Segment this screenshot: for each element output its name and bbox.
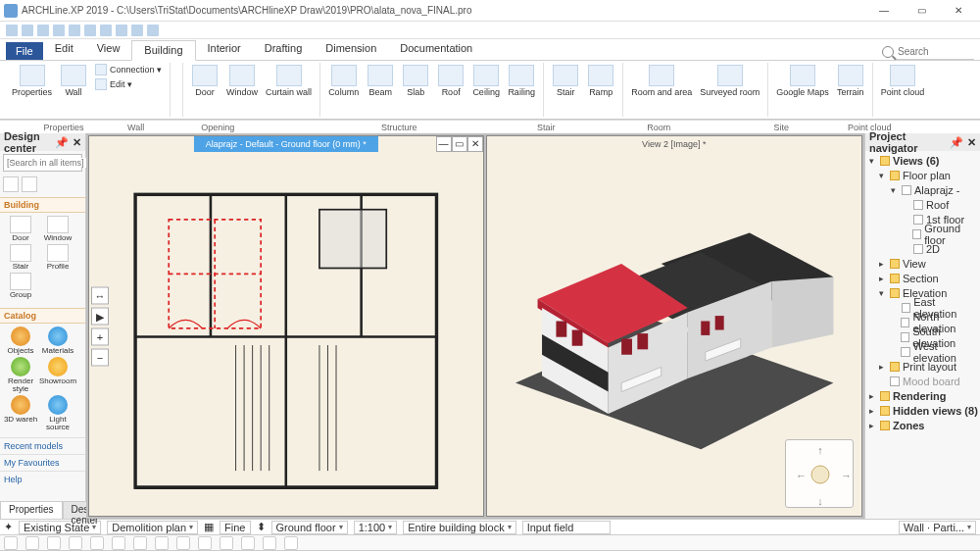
dc-item-showroom[interactable]: Showroom — [40, 357, 75, 393]
dc-item-materials[interactable]: Materials — [40, 326, 75, 355]
tool-icon[interactable] — [69, 536, 82, 550]
tool-icon[interactable] — [263, 536, 276, 550]
vp-max-icon[interactable]: ▭ — [452, 136, 467, 152]
folder-icon[interactable] — [22, 176, 37, 192]
tree-node[interactable]: Mood board — [867, 374, 978, 388]
input-field[interactable]: Input field — [522, 521, 611, 534]
tool-icon[interactable] — [4, 536, 18, 550]
tool-zoomout-icon[interactable]: − — [91, 348, 109, 366]
tab-view[interactable]: View — [85, 39, 132, 60]
floorplan-drawing[interactable] — [119, 166, 454, 508]
tree-node[interactable]: ▸Zones — [867, 418, 978, 432]
floor-dropdown[interactable]: Ground floor — [271, 521, 348, 534]
nav-pad[interactable]: ↑ ↓ ← → — [785, 439, 854, 508]
tree-node[interactable]: ▸View — [867, 256, 978, 271]
btab-properties[interactable]: Properties — [0, 501, 63, 519]
tree-node[interactable]: ▾Alaprajz - — [867, 182, 978, 197]
section-catalog[interactable]: Catalog — [0, 308, 85, 324]
tool-icon[interactable] — [176, 536, 190, 550]
tool-icon[interactable] — [155, 536, 169, 550]
tab-dimension[interactable]: Dimension — [314, 39, 388, 60]
qa-icon[interactable] — [147, 25, 159, 36]
tree-node[interactable]: ▾Floor plan — [867, 168, 978, 182]
minimize-button[interactable]: — — [866, 2, 902, 20]
ribbon-roof[interactable]: Roof — [435, 63, 466, 99]
ribbon-connection[interactable]: Connection ▾ — [93, 63, 164, 76]
pin-icon[interactable]: 📌 — [55, 136, 69, 149]
pin-icon[interactable]: 📌 — [950, 136, 963, 149]
fine-field[interactable]: Fine — [220, 521, 250, 534]
viewport-3d[interactable]: View 2 [Image] * — [486, 135, 862, 517]
tree-node[interactable]: ▾Views (6) — [867, 153, 978, 168]
tool-arrow-icon[interactable]: ▶ — [91, 307, 109, 325]
ribbon-edit[interactable]: Edit ▾ — [93, 77, 164, 91]
ribbon-door[interactable]: Door — [189, 63, 220, 99]
qa-icon[interactable] — [37, 25, 49, 36]
dc-item-objects[interactable]: Objects — [3, 326, 38, 355]
tool-icon[interactable] — [220, 536, 233, 550]
dc-recent[interactable]: Recent models — [0, 437, 85, 454]
vp-min-icon[interactable]: — — [436, 136, 452, 152]
ribbon-ceiling[interactable]: Ceiling — [470, 63, 502, 99]
qa-icon[interactable] — [84, 25, 96, 36]
tree-node[interactable]: Roof — [867, 197, 978, 212]
tool-icon[interactable] — [47, 536, 61, 550]
viewport-floorplan[interactable]: Alaprajz - Default - Ground floor (0 mm)… — [88, 135, 484, 517]
block-dropdown[interactable]: Entire building block — [403, 521, 515, 534]
dc-item-door[interactable]: Door — [3, 216, 38, 242]
dc-item-stair[interactable]: Stair — [3, 244, 38, 271]
ribbon-curtain-wall[interactable]: Curtain wall — [264, 63, 314, 99]
ribbon-google-maps[interactable]: Google Maps — [774, 63, 831, 99]
scale-dropdown[interactable]: 1:100 — [354, 521, 398, 534]
dc-item-profile[interactable]: Profile — [40, 244, 75, 271]
tree-node[interactable]: West elevation — [867, 344, 978, 359]
close-button[interactable]: ✕ — [941, 2, 976, 20]
tool-icon[interactable] — [198, 536, 212, 550]
tab-documentation[interactable]: Documentation — [388, 39, 484, 60]
maximize-button[interactable]: ▭ — [904, 2, 939, 20]
tree-node[interactable]: ▸Hidden views (8) — [867, 403, 978, 418]
ribbon-wall[interactable]: Wall — [58, 63, 89, 99]
section-building[interactable]: Building — [0, 197, 85, 213]
qa-icon[interactable] — [131, 25, 143, 36]
qa-icon[interactable] — [116, 25, 127, 36]
ribbon-properties[interactable]: Properties — [10, 63, 54, 99]
tool-icon[interactable] — [133, 536, 147, 550]
close-icon[interactable]: ✕ — [967, 136, 976, 149]
tool-icon[interactable] — [112, 536, 125, 550]
floor-icon[interactable]: ⬍ — [257, 521, 266, 533]
close-icon[interactable]: ✕ — [73, 136, 81, 149]
tree-node[interactable]: ▸Rendering — [867, 388, 978, 403]
tool-icon[interactable] — [241, 536, 255, 550]
qa-icon[interactable] — [22, 25, 33, 36]
tool-icon[interactable] — [90, 536, 104, 550]
grid-icon[interactable]: ▦ — [204, 521, 214, 533]
tree-node[interactable]: ▸Section — [867, 271, 978, 285]
home-icon[interactable] — [3, 176, 19, 192]
dc-fav[interactable]: My Favourites — [0, 454, 85, 471]
ribbon-point-cloud[interactable]: Point cloud — [879, 63, 927, 99]
phase-icon[interactable]: ✦ — [4, 521, 13, 533]
dc-item-group[interactable]: Group — [3, 273, 38, 299]
tree-node[interactable]: Ground floor — [867, 226, 978, 241]
dc-item-light-source[interactable]: Light source — [40, 395, 75, 431]
tab-file[interactable]: File — [6, 42, 43, 60]
ribbon-terrain[interactable]: Terrain — [835, 63, 866, 99]
qa-icon[interactable] — [6, 25, 18, 36]
tab-interior[interactable]: Interior — [196, 39, 253, 60]
dc-item-window[interactable]: Window — [40, 216, 75, 242]
tab-drafting[interactable]: Drafting — [253, 39, 315, 60]
wall-style[interactable]: Wall · Parti... — [899, 521, 976, 534]
tool-icon[interactable] — [284, 536, 298, 550]
tool-pan-icon[interactable]: ↔ — [91, 286, 109, 304]
ribbon-slab[interactable]: Slab — [400, 63, 431, 99]
tab-edit[interactable]: Edit — [43, 39, 85, 60]
vp-close-icon[interactable]: ✕ — [467, 136, 483, 152]
plan-dropdown[interactable]: Demolition plan — [107, 521, 198, 534]
ribbon-window[interactable]: Window — [224, 63, 260, 99]
ribbon-surveyed-room[interactable]: Surveyed room — [698, 63, 761, 99]
ribbon-column[interactable]: Column — [326, 63, 361, 99]
qa-icon[interactable] — [69, 25, 80, 36]
tool-icon[interactable] — [25, 536, 39, 550]
ribbon-stair[interactable]: Stair — [550, 63, 581, 99]
